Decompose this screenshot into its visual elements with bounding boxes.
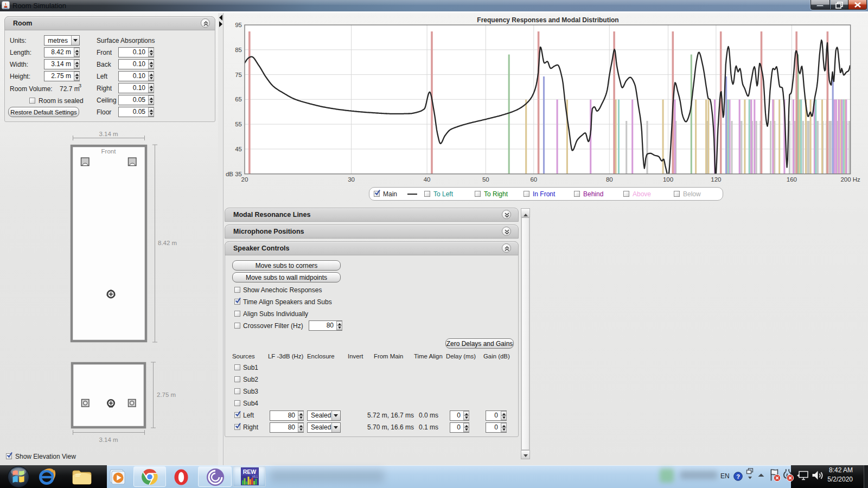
svg-text:30: 30 bbox=[348, 176, 355, 183]
svg-text:100: 100 bbox=[663, 176, 673, 183]
svg-text:Frequency Responses and Modal: Frequency Responses and Modal Distributi… bbox=[477, 16, 618, 24]
svg-text:200 Hz: 200 Hz bbox=[840, 176, 860, 183]
svg-text:3.14 m: 3.14 m bbox=[99, 436, 118, 443]
svg-text:8.42 m: 8.42 m bbox=[158, 240, 177, 246]
svg-text:?: ? bbox=[736, 473, 740, 480]
svg-text:120: 120 bbox=[711, 176, 721, 183]
svg-text:REW: REW bbox=[243, 468, 257, 475]
svg-text:55: 55 bbox=[235, 121, 242, 127]
svg-text:60: 60 bbox=[530, 176, 537, 183]
svg-text:2.75 m: 2.75 m bbox=[157, 391, 176, 398]
svg-text:160: 160 bbox=[787, 176, 797, 183]
svg-text:65: 65 bbox=[235, 96, 242, 102]
svg-text:40: 40 bbox=[424, 176, 431, 183]
svg-text:20: 20 bbox=[241, 176, 248, 183]
svg-text:45: 45 bbox=[235, 146, 242, 152]
svg-text:75: 75 bbox=[235, 72, 242, 78]
svg-text:95: 95 bbox=[235, 22, 242, 28]
svg-text:3.14 m: 3.14 m bbox=[99, 131, 118, 137]
svg-text:Front: Front bbox=[101, 148, 117, 155]
svg-text:dB 35: dB 35 bbox=[226, 171, 242, 177]
svg-text:50: 50 bbox=[482, 176, 489, 183]
svg-text:80: 80 bbox=[606, 176, 613, 183]
svg-text:85: 85 bbox=[235, 47, 242, 53]
